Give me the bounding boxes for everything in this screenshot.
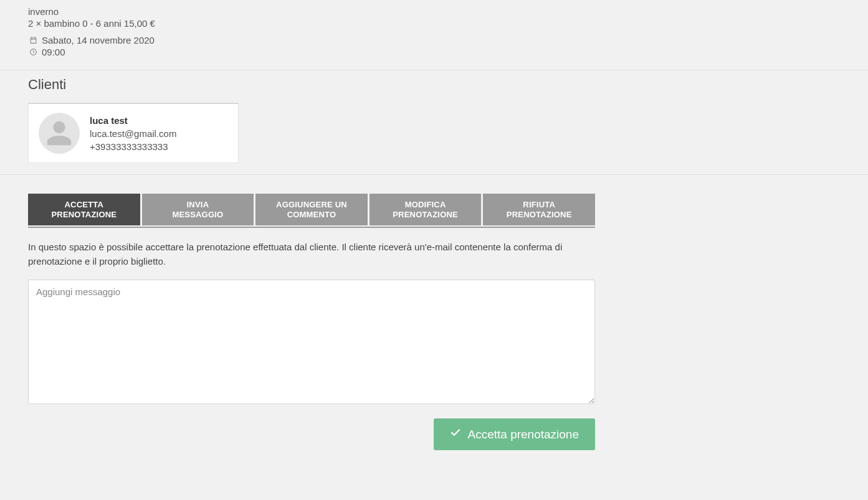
tab-accept-booking[interactable]: ACCETTA PRENOTAZIONE (28, 194, 140, 225)
tab-underline (28, 227, 595, 228)
booking-time: 09:00 (42, 47, 65, 57)
client-email: luca.test@gmail.com (90, 127, 176, 140)
booking-date: Sabato, 14 novembre 2020 (42, 35, 155, 45)
clients-heading: Clienti (28, 77, 840, 93)
tab-edit-booking[interactable]: MODIFICA PRENOTAZIONE (370, 194, 482, 225)
client-info: luca test luca.test@gmail.com +393333333… (90, 114, 176, 153)
clients-section: Clienti luca test luca.test@gmail.com +3… (0, 70, 868, 174)
calendar-icon (28, 36, 38, 44)
accept-button-label: Accetta prenotazione (467, 428, 579, 441)
tab-send-message[interactable]: INVIA MESSAGGIO (142, 194, 254, 225)
message-input[interactable] (28, 280, 595, 404)
panel-description: In questo spazio è possibile accettare l… (28, 240, 595, 268)
tab-add-comment[interactable]: AGGIUNGERE UN COMMENTO (255, 194, 368, 225)
avatar (39, 113, 80, 154)
booking-summary: inverno 2 × bambino 0 - 6 anni 15,00 € S… (0, 0, 868, 70)
booking-season: inverno (28, 6, 840, 17)
clock-icon (28, 48, 38, 56)
accept-booking-button[interactable]: Accetta prenotazione (434, 418, 595, 450)
submit-row: Accetta prenotazione (28, 418, 595, 450)
action-area: ACCETTA PRENOTAZIONE INVIA MESSAGGIO AGG… (0, 175, 623, 469)
tab-bar: ACCETTA PRENOTAZIONE INVIA MESSAGGIO AGG… (28, 194, 595, 225)
tab-reject-booking[interactable]: RIFIUTA PRENOTAZIONE (483, 194, 595, 225)
booking-time-row: 09:00 (28, 47, 840, 57)
booking-date-row: Sabato, 14 novembre 2020 (28, 35, 840, 45)
booking-ticket-line: 2 × bambino 0 - 6 anni 15,00 € (28, 18, 840, 29)
check-icon (450, 427, 461, 441)
client-phone: +39333333333333 (90, 140, 176, 153)
client-card[interactable]: luca test luca.test@gmail.com +393333333… (28, 103, 239, 163)
client-name: luca test (90, 114, 176, 127)
